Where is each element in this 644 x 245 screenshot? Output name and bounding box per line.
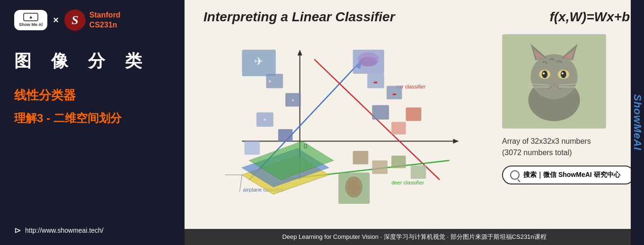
cat-svg [503, 34, 606, 129]
slide-title: Interpreting a Linear Classifier [203, 9, 395, 25]
svg-text:🚗: 🚗 [373, 79, 378, 84]
svg-rect-13 [245, 141, 260, 155]
stanford-logo: S Stanford CS231n [64, 9, 121, 31]
stanford-text: Stanford CS231n [89, 10, 121, 30]
svg-rect-19 [372, 105, 389, 120]
classifier-graph: 0 airplane classifier car classifier dee… [203, 29, 493, 224]
showmeai-label: Show Me Al [19, 22, 43, 28]
svg-rect-20 [391, 122, 406, 134]
array-text: Array of 32x32x3 numbers [502, 136, 635, 147]
website-link[interactable]: ⊳ http://www.showmeai.tech/ [14, 225, 170, 236]
svg-text:✈: ✈ [254, 55, 264, 68]
svg-point-50 [542, 70, 547, 78]
svg-rect-25 [372, 160, 388, 174]
svg-text:✈: ✈ [263, 118, 266, 122]
right-panel: Array of 32x32x3 numbers (3072 numbers t… [502, 29, 635, 224]
showmeai-logo-icon [23, 13, 38, 21]
subtitle2: 理解3 - 二维空间划分 [14, 111, 170, 126]
svg-point-35 [348, 179, 360, 195]
search-icon [510, 170, 520, 180]
content-body: 0 airplane classifier car classifier dee… [185, 29, 644, 229]
footer-bar: Deep Learning for Computer Vision · 深度学习… [185, 229, 644, 245]
svg-marker-3 [453, 139, 459, 143]
svg-marker-2 [298, 50, 302, 55]
svg-line-39 [239, 175, 242, 192]
main-content: Interpreting a Linear Classifier f(x,W)=… [185, 0, 644, 245]
search-text: 搜索｜微信 ShowMeAI 研究中心 [523, 171, 620, 179]
svg-text:🚗: 🚗 [392, 91, 397, 96]
array-total: (3072 numbers total) [502, 147, 635, 158]
svg-text:✈: ✈ [291, 98, 295, 103]
slide-wrapper: Interpreting a Linear Classifier f(x,W)=… [185, 0, 644, 245]
deer-label: deer classifier [391, 180, 424, 185]
content-header: Interpreting a Linear Classifier f(x,W)=… [185, 0, 644, 29]
multiply-sign: × [53, 15, 59, 26]
array-info: Array of 32x32x3 numbers (3072 numbers t… [502, 136, 635, 158]
subtitle1: 线性分类器 [14, 87, 170, 104]
stanford-name: Stanford [89, 10, 121, 20]
formula: f(x,W)=Wx+b [549, 9, 630, 25]
logo-area: Show Me Al × S Stanford CS231n [14, 9, 170, 31]
svg-point-52 [543, 72, 545, 74]
website-url: http://www.showmeai.tech/ [25, 227, 104, 234]
svg-rect-24 [353, 151, 369, 165]
svg-rect-12 [278, 129, 293, 141]
svg-rect-27 [411, 165, 426, 179]
stanford-course: CS231n [89, 20, 121, 30]
svg-rect-26 [391, 156, 406, 168]
svg-point-53 [562, 72, 564, 74]
search-box[interactable]: 搜索｜微信 ShowMeAI 研究中心 [502, 166, 635, 184]
svg-point-32 [360, 57, 377, 66]
svg-point-51 [561, 70, 566, 78]
svg-point-43 [530, 54, 577, 99]
watermark-text: ShowMeAI [631, 94, 644, 150]
svg-rect-21 [406, 107, 422, 121]
watermark-right: ShowMeAI [631, 0, 644, 245]
footer-text: Deep Learning for Computer Vision · 深度学习… [282, 233, 546, 241]
graph-container: 0 airplane classifier car classifier dee… [203, 29, 493, 224]
showmeai-logo: Show Me Al [14, 10, 47, 31]
cat-image [502, 34, 606, 129]
link-icon: ⊳ [14, 225, 21, 236]
sidebar: Show Me Al × S Stanford CS231n 图 像 分 类 线… [0, 0, 185, 245]
stanford-s-icon: S [64, 9, 86, 31]
svg-text:✈: ✈ [268, 79, 272, 84]
main-title: 图 像 分 类 [14, 50, 170, 73]
